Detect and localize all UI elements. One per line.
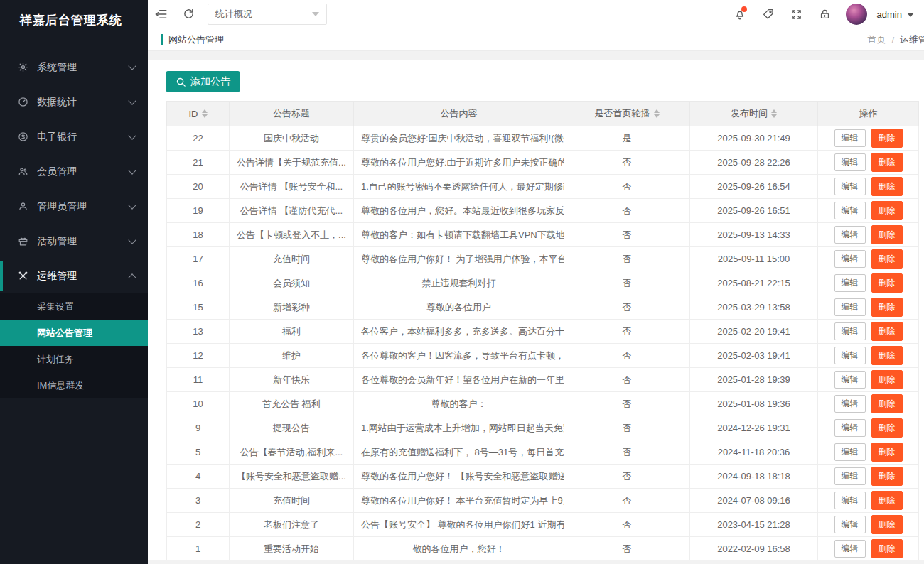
cell-actions: 编辑删除 xyxy=(818,416,919,440)
submenu-item-IM信息群发[interactable]: IM信息群发 xyxy=(0,372,148,398)
tag-icon[interactable] xyxy=(758,0,779,28)
chevron-down-icon xyxy=(128,166,136,174)
table-row: 2老板们注意了公告【账号安全】 尊敬的各位用户你们好1 近期有否2023-04-… xyxy=(167,513,919,537)
delete-button[interactable]: 删除 xyxy=(871,201,903,220)
table-row: 4【账号安全和恶意盗取赠...尊敬的各位用户您好！ 【账号安全和恶意盗取赠送否2… xyxy=(167,465,919,489)
table-row: 13福利各位客户，本站福利多多，充多送多。高达百分十二否2025-02-20 1… xyxy=(167,320,919,344)
avatar[interactable] xyxy=(846,4,867,25)
edit-button[interactable]: 编辑 xyxy=(834,443,866,461)
edit-button[interactable]: 编辑 xyxy=(834,274,866,292)
delete-button[interactable]: 删除 xyxy=(871,370,903,389)
sidebar-item-系统管理[interactable]: 系统管理 xyxy=(0,50,148,85)
sidebar-item-会员管理[interactable]: 会员管理 xyxy=(0,154,148,189)
delete-button[interactable]: 删除 xyxy=(871,153,903,172)
user-menu[interactable]: admin xyxy=(877,9,914,20)
edit-button[interactable]: 编辑 xyxy=(834,492,866,509)
edit-button[interactable]: 编辑 xyxy=(834,516,866,533)
delete-button[interactable]: 删除 xyxy=(871,515,903,534)
delete-button[interactable]: 删除 xyxy=(871,249,903,269)
sidebar-item-label: 电子银行 xyxy=(37,131,129,143)
menu-fold-icon[interactable] xyxy=(148,0,175,28)
cell-content: 尊敬的客户：如有卡顿请下载翻墙工具VPN下载地址 xyxy=(354,223,564,247)
cell-actions: 编辑删除 xyxy=(818,465,919,489)
sidebar-item-电子银行[interactable]: 电子银行 xyxy=(0,119,148,154)
submenu-item-网站公告管理[interactable]: 网站公告管理 xyxy=(0,320,148,346)
sidebar-item-活动管理[interactable]: 活动管理 xyxy=(0,224,148,259)
edit-button[interactable]: 编辑 xyxy=(834,322,866,340)
delete-button[interactable]: 删除 xyxy=(871,467,903,486)
stats-overview-select[interactable]: 统计概况 xyxy=(208,4,327,25)
submenu-item-采集设置[interactable]: 采集设置 xyxy=(0,293,148,320)
delete-button[interactable]: 删除 xyxy=(871,394,903,413)
refresh-icon[interactable] xyxy=(175,0,202,28)
breadcrumb-home[interactable]: 首页 xyxy=(867,33,886,46)
cell-content: 在原有的充值赠送福利下， 8号—31号，每日首充可 xyxy=(354,440,564,465)
edit-button[interactable]: 编辑 xyxy=(834,178,866,195)
edit-button[interactable]: 编辑 xyxy=(834,153,866,171)
cell-time: 2025-09-30 21:49 xyxy=(690,126,818,151)
edit-button[interactable]: 编辑 xyxy=(834,467,866,485)
lock-icon[interactable] xyxy=(815,0,836,28)
table-row: 11新年快乐各位尊敬的会员新年好！望各位用户在新的一年里，否2025-01-28… xyxy=(167,368,919,392)
delete-button[interactable]: 删除 xyxy=(871,539,903,558)
delete-button[interactable]: 删除 xyxy=(871,491,903,510)
cell-actions: 编辑删除 xyxy=(818,320,919,344)
delete-button[interactable]: 删除 xyxy=(871,129,903,148)
delete-button[interactable]: 删除 xyxy=(871,177,903,196)
notification-bell-icon[interactable] xyxy=(729,0,751,28)
section-marker xyxy=(161,34,163,45)
delete-button[interactable]: 删除 xyxy=(871,273,903,293)
announcement-table: ID公告标题公告内容是否首页轮播发布时间操作 22国庆中秋活动尊贵的会员您好:国… xyxy=(166,101,918,560)
delete-button[interactable]: 删除 xyxy=(871,346,903,365)
table-row: 16会员须知禁止违规套利对打否2025-08-21 22:15编辑删除 xyxy=(167,271,919,295)
add-announcement-button[interactable]: 添加公告 xyxy=(166,71,240,92)
delete-button[interactable]: 删除 xyxy=(871,298,903,317)
chevron-down-icon xyxy=(128,131,136,139)
content-card: 添加公告 ID公告标题公告内容是否首页轮播发布时间操作 22国庆中秋活动尊贵的会… xyxy=(148,60,924,560)
cell-content: 尊敬的各位用户您好:由于近期许多用户未按正确的 xyxy=(354,151,564,175)
gear-icon xyxy=(17,62,28,73)
sidebar-item-数据统计[interactable]: 数据统计 xyxy=(0,85,148,119)
dollar-icon xyxy=(17,131,28,143)
sort-icon[interactable] xyxy=(771,109,777,118)
cell-content: 尊敬的各位用户 xyxy=(354,295,564,320)
edit-button[interactable]: 编辑 xyxy=(834,540,866,558)
edit-button[interactable]: 编辑 xyxy=(834,250,866,268)
table-row: 22国庆中秋活动尊贵的会员您好:国庆中秋活动，喜迎双节福利!(微信是2025-0… xyxy=(167,126,919,151)
edit-button[interactable]: 编辑 xyxy=(834,371,866,389)
delete-button[interactable]: 删除 xyxy=(871,418,903,438)
column-header-inner: 公告标题 xyxy=(273,107,310,120)
submenu-item-计划任务[interactable]: 计划任务 xyxy=(0,346,148,372)
delete-button[interactable]: 删除 xyxy=(871,225,903,244)
column-header-inner: 公告内容 xyxy=(441,107,478,120)
cell-content: 1.网站由于运营成本上升增加，网站即日起当天免费 xyxy=(354,416,564,440)
submenu-item-label: 采集设置 xyxy=(37,300,74,313)
cell-carousel: 否 xyxy=(564,320,690,344)
delete-button[interactable]: 删除 xyxy=(871,322,903,341)
cell-id: 21 xyxy=(167,151,230,175)
edit-button[interactable]: 编辑 xyxy=(834,202,866,219)
sidebar-item-管理员管理[interactable]: 管理员管理 xyxy=(0,189,148,224)
edit-button[interactable]: 编辑 xyxy=(834,347,866,364)
submenu-item-label: 网站公告管理 xyxy=(37,327,92,340)
edit-button[interactable]: 编辑 xyxy=(834,395,866,413)
fullscreen-icon[interactable] xyxy=(786,0,807,28)
cell-actions: 编辑删除 xyxy=(818,489,919,513)
gift-icon xyxy=(17,236,28,247)
sidebar-item-运维管理[interactable]: 运维管理 xyxy=(0,259,148,293)
cell-content: 尊敬的各位用户您好！ 【账号安全和恶意盗取赠送 xyxy=(354,465,564,489)
column-header-是否首页轮播: 是否首页轮播 xyxy=(564,102,690,126)
cell-title: 提现公告 xyxy=(230,416,354,440)
edit-button[interactable]: 编辑 xyxy=(834,298,866,316)
cell-title: 首充公告 福利 xyxy=(230,392,354,416)
edit-button[interactable]: 编辑 xyxy=(834,226,866,244)
delete-button[interactable]: 删除 xyxy=(871,443,903,462)
cell-actions: 编辑删除 xyxy=(818,440,919,465)
edit-button[interactable]: 编辑 xyxy=(834,129,866,147)
cell-actions: 编辑删除 xyxy=(818,223,919,247)
column-header-label: 是否首页轮播 xyxy=(595,107,650,120)
cell-title: 公告详情 【账号安全和... xyxy=(230,175,354,199)
edit-button[interactable]: 编辑 xyxy=(834,419,866,437)
sort-icon[interactable] xyxy=(654,109,660,118)
sort-icon[interactable] xyxy=(202,109,208,118)
